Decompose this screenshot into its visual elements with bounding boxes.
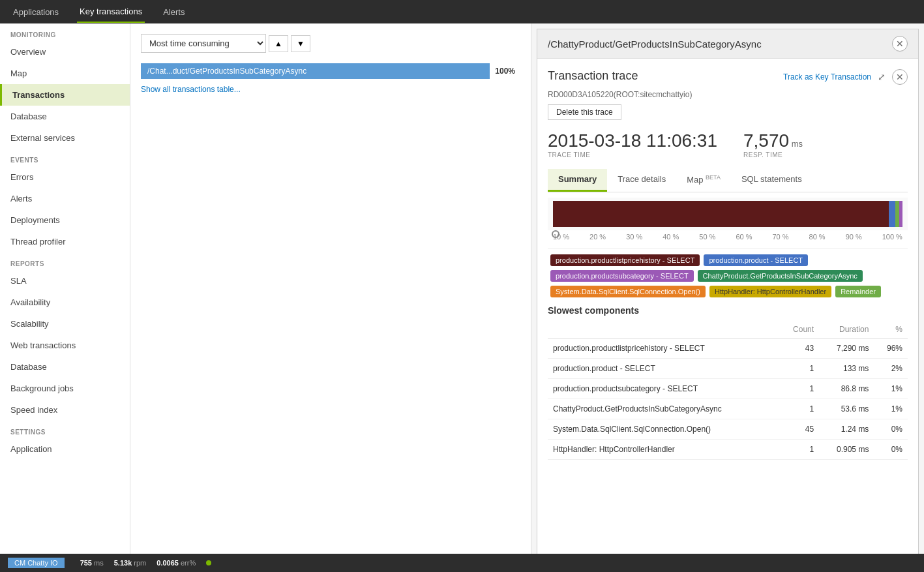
legend-sqlconnection: System.Data.SqlClient.SqlConnection.Open… [550, 286, 706, 297]
row-2-name: production.productsubcategory - SELECT [548, 379, 779, 399]
axis-40: 40 % [663, 233, 679, 241]
table-row: ChattyProduct.GetProductsInSubCategoryAs… [548, 399, 908, 419]
trace-panel: /ChattyProduct/GetProductsInSubCategoryA… [537, 29, 919, 567]
metric-1-value: 5.13k [114, 559, 132, 567]
axis-30: 30 % [626, 233, 642, 241]
row-4-pct: 0% [874, 419, 908, 440]
table-row: production.product - SELECT 1 133 ms 2% [548, 359, 908, 379]
axis-100: 100 % [882, 233, 902, 241]
chart-area: 10 % 20 % 30 % 40 % 50 % 60 % 70 % 80 % … [548, 192, 908, 249]
sidebar-item-overview[interactable]: Overview [0, 41, 130, 63]
metric-2-value: 0.0065 [156, 559, 179, 567]
axis-90: 90 % [846, 233, 862, 241]
slowest-title: Slowest components [548, 305, 908, 316]
sidebar-item-thread-profiler[interactable]: Thread profiler [0, 231, 130, 252]
metric-0-unit: ms [94, 559, 104, 567]
trace-title: Transaction trace [548, 69, 638, 83]
main-content: Most time consuming Slowest average resp… [130, 23, 924, 572]
sidebar-item-sla[interactable]: SLA [0, 270, 130, 292]
tab-trace-details[interactable]: Trace details [607, 169, 676, 192]
trace-header-bar: /ChattyProduct/GetProductsInSubCategoryA… [537, 29, 918, 59]
row-3-pct: 1% [874, 399, 908, 419]
track-key-transaction-btn[interactable]: Track as Key Transaction [783, 72, 871, 82]
transaction-bar-pct: 100% [490, 63, 520, 79]
trace-title-row: Transaction trace Track as Key Transacti… [548, 69, 908, 85]
chart-segment-purple [899, 201, 902, 227]
delete-trace-btn[interactable]: Delete this trace [548, 104, 621, 120]
metric-2-unit: err% [181, 559, 196, 567]
axis-70: 70 % [772, 233, 788, 241]
monitoring-label: MONITORING [0, 23, 130, 41]
status-app-name[interactable]: CM Chatty IO [8, 558, 65, 568]
sidebar-item-application[interactable]: Application [0, 438, 130, 460]
row-3-name: ChattyProduct.GetProductsInSubCategoryAs… [548, 399, 779, 419]
sidebar-item-database[interactable]: Database [0, 106, 130, 127]
sidebar-item-web-transactions[interactable]: Web transactions [0, 335, 130, 356]
reports-label: REPORTS [0, 252, 130, 270]
trace-time-stat: 2015-03-18 11:06:31 TRACE TIME [548, 130, 717, 158]
tab-summary[interactable]: Summary [548, 169, 607, 192]
col-component [548, 321, 779, 339]
legend-remainder: Remainder [835, 286, 881, 297]
row-2-pct: 1% [874, 379, 908, 399]
row-4-duration: 1.24 ms [819, 419, 874, 440]
settings-label: SETTINGS [0, 421, 130, 438]
resp-time-stat: 7,570 ms RESP. TIME [743, 130, 803, 158]
sidebar-item-external-services[interactable]: External services [0, 127, 130, 149]
sidebar-item-deployments[interactable]: Deployments [0, 209, 130, 231]
sidebar-item-map[interactable]: Map [0, 63, 130, 84]
table-row: production.productsubcategory - SELECT 1… [548, 379, 908, 399]
time-consuming-dropdown[interactable]: Most time consuming Slowest average resp… [141, 34, 266, 53]
table-row: System.Data.SqlClient.SqlConnection.Open… [548, 419, 908, 440]
transaction-bar-row: /Chat...duct/GetProductsInSubCategoryAsy… [141, 63, 520, 79]
sidebar-item-availability[interactable]: Availability [0, 292, 130, 313]
sidebar-item-errors[interactable]: Errors [0, 166, 130, 188]
events-label: EVENTS [0, 149, 130, 166]
transaction-bar-label[interactable]: /Chat...duct/GetProductsInSubCategoryAsy… [141, 63, 490, 79]
transaction-list-panel: Most time consuming Slowest average resp… [130, 23, 531, 572]
resp-time-value: 7,570 [743, 130, 789, 151]
chart-segment-dark [553, 201, 889, 227]
status-metric-0: 755 ms [80, 559, 104, 567]
tab-sql-statements[interactable]: SQL statements [731, 169, 812, 192]
tab-map[interactable]: Map BETA [676, 169, 731, 192]
col-count: Count [779, 321, 819, 339]
trace-close-btn[interactable]: ✕ [892, 69, 908, 85]
status-metric-2: 0.0065 err% [156, 559, 196, 567]
axis-60: 60 % [736, 233, 752, 241]
sidebar-item-alerts[interactable]: Alerts [0, 188, 130, 209]
sidebar-item-database-report[interactable]: Database [0, 356, 130, 378]
axis-80: 80 % [809, 233, 826, 241]
tab-map-beta: BETA [706, 174, 721, 181]
metric-0-value: 755 [80, 559, 92, 567]
row-3-count: 1 [779, 399, 819, 419]
dropdown-down-btn[interactable]: ▼ [291, 35, 310, 52]
dropdown-up-btn[interactable]: ▲ [269, 35, 288, 52]
expand-icon[interactable]: ⤢ [878, 72, 886, 82]
show-all-transactions-link[interactable]: Show all transactions table... [141, 85, 241, 94]
row-3-duration: 53.6 ms [819, 399, 874, 419]
row-5-name: HttpHandler: HttpControllerHandler [548, 440, 779, 460]
status-bar: CM Chatty IO 755 ms 5.13k rpm 0.0065 err… [0, 554, 924, 572]
nav-applications[interactable]: Applications [10, 2, 61, 22]
table-header-row: Count Duration % [548, 321, 908, 339]
chart-bar-container [548, 198, 908, 230]
row-1-duration: 133 ms [819, 359, 874, 379]
status-metric-1: 5.13k rpm [114, 559, 147, 567]
trace-panel-close-btn[interactable]: ✕ [892, 36, 908, 52]
sidebar-item-transactions[interactable]: Transactions [0, 84, 130, 106]
axis-20: 20 % [589, 233, 606, 241]
legend-productlistpricehistory: production.productlistpricehistory - SEL… [550, 254, 700, 266]
sidebar: MONITORING Overview Map Transactions Dat… [0, 23, 130, 572]
nav-key-transactions[interactable]: Key transactions [77, 1, 145, 23]
trace-body: Transaction trace Track as Key Transacti… [537, 59, 918, 470]
sidebar-item-scalability[interactable]: Scalability [0, 313, 130, 335]
row-0-pct: 96% [874, 339, 908, 359]
app-layout: MONITORING Overview Map Transactions Dat… [0, 23, 924, 572]
sidebar-item-speed-index[interactable]: Speed index [0, 399, 130, 421]
nav-alerts[interactable]: Alerts [160, 2, 187, 22]
legend-row: production.productlistpricehistory - SEL… [548, 254, 908, 297]
slowest-components-table: Count Duration % production.productlistp… [548, 321, 908, 460]
trace-time-label: TRACE TIME [548, 151, 717, 158]
sidebar-item-background-jobs[interactable]: Background jobs [0, 378, 130, 399]
